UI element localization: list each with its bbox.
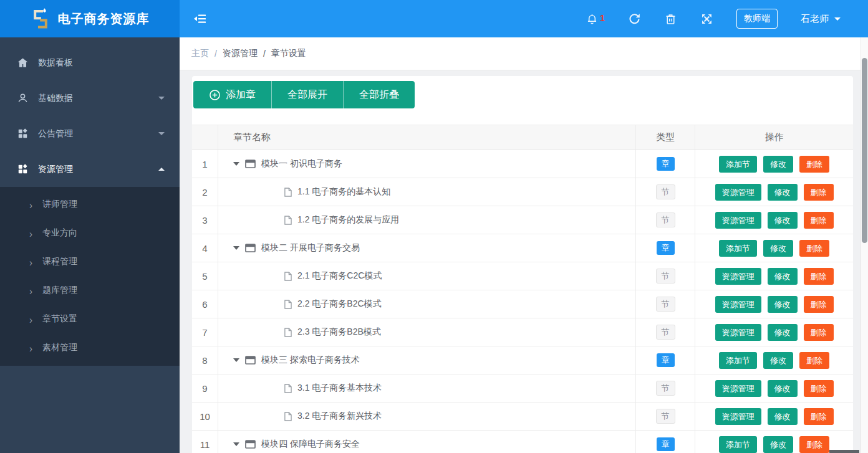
row-action-button[interactable]: 修改 (768, 380, 798, 397)
notification-bell[interactable]: 1 (586, 12, 605, 26)
submenu-item-label: 讲师管理 (42, 199, 77, 210)
row-action-button[interactable]: 修改 (768, 268, 798, 285)
row-name-cell: 2.3 电子商务B2B模式 (218, 318, 636, 346)
row-actions: 添加节修改删除 (695, 150, 853, 178)
row-actions: 资源管理修改删除 (695, 178, 853, 206)
row-action-button[interactable]: 删除 (799, 436, 829, 453)
row-type-cell: 节 (636, 262, 695, 290)
row-action-button[interactable]: 修改 (763, 156, 793, 173)
row-action-button[interactable]: 删除 (804, 296, 834, 313)
fullscreen-icon[interactable] (700, 12, 713, 26)
row-action-button[interactable]: 删除 (804, 324, 834, 341)
row-action-button[interactable]: 添加节 (719, 156, 757, 173)
row-action-button[interactable]: 资源管理 (715, 212, 761, 229)
row-action-button[interactable]: 资源管理 (715, 324, 761, 341)
table-row: 7 2.3 电子商务B2B模式 节 资源管理修改删除 (192, 318, 853, 346)
collapse-all-button[interactable]: 全部折叠 (343, 81, 415, 108)
row-action-button[interactable]: 添加节 (719, 240, 757, 257)
row-type-cell: 章 (636, 346, 695, 374)
type-badge: 节 (656, 297, 675, 312)
row-action-button[interactable]: 删除 (804, 408, 834, 425)
row-action-button[interactable]: 修改 (763, 240, 793, 257)
table-row: 3 1.2 电子商务的发展与应用 节 资源管理修改删除 (192, 206, 853, 234)
arrow-right-icon: › (29, 199, 32, 211)
row-action-button[interactable]: 添加节 (719, 352, 757, 369)
sidebar-item-basic-data[interactable]: 基础数据 (0, 80, 180, 116)
sidebar-item-label: 公告管理 (38, 128, 158, 140)
user-menu[interactable]: 石老师 (801, 13, 841, 25)
type-badge: 节 (656, 325, 675, 340)
breadcrumb-home[interactable]: 主页 (191, 48, 209, 59)
row-action-button[interactable]: 删除 (799, 352, 829, 369)
chapter-name: 3.2 电子商务新兴技术 (297, 411, 382, 422)
row-name-cell: 1.1 电子商务的基本认知 (218, 178, 636, 206)
row-action-button[interactable]: 修改 (768, 184, 798, 201)
chapter-folder-icon (245, 244, 256, 252)
row-action-button[interactable]: 资源管理 (715, 296, 761, 313)
sidebar-item-course-management[interactable]: › 课程管理 (0, 247, 180, 276)
row-action-button[interactable]: 添加节 (719, 436, 757, 453)
tree-collapse-caret-icon[interactable] (233, 162, 239, 166)
tree-collapse-caret-icon[interactable] (233, 246, 239, 250)
section-file-icon (284, 216, 292, 225)
chapter-name: 模块四 保障电子商务安全 (261, 439, 360, 450)
arrow-right-icon: › (29, 342, 32, 354)
vertical-scrollbar-track[interactable] (861, 37, 868, 453)
vertical-scrollbar-thumb[interactable] (862, 58, 867, 243)
app-title: 电子商务资源库 (58, 11, 150, 27)
row-action-button[interactable]: 删除 (804, 184, 834, 201)
row-action-button[interactable]: 修改 (763, 352, 793, 369)
row-action-button[interactable]: 修改 (768, 212, 798, 229)
table-row: 6 2.2 电子商务B2C模式 节 资源管理修改删除 (192, 290, 853, 318)
row-type-cell: 节 (636, 178, 695, 206)
sidebar-menu: 数据看板 基础数据 公告管理 (0, 37, 180, 366)
chapter-name: 1.2 电子商务的发展与应用 (297, 214, 399, 226)
row-action-button[interactable]: 修改 (768, 296, 798, 313)
sidebar-item-resources[interactable]: 资源管理 (0, 151, 180, 187)
row-action-button[interactable]: 修改 (768, 324, 798, 341)
row-index: 11 (192, 431, 218, 453)
row-type-cell: 节 (636, 318, 695, 346)
row-name-cell: 模块四 保障电子商务安全 (218, 431, 636, 453)
tree-collapse-caret-icon[interactable] (233, 442, 239, 446)
row-action-button[interactable]: 删除 (799, 240, 829, 257)
expand-all-button[interactable]: 全部展开 (271, 81, 343, 108)
plus-circle-icon (209, 89, 221, 101)
header-actions: 操作 (695, 125, 853, 150)
sidebar-item-lecturer-management[interactable]: › 讲师管理 (0, 190, 180, 219)
tree-collapse-caret-icon[interactable] (233, 358, 239, 362)
row-action-button[interactable]: 资源管理 (715, 184, 761, 201)
row-action-button[interactable]: 删除 (804, 212, 834, 229)
header-index (192, 125, 218, 150)
row-index: 5 (192, 262, 218, 290)
content-card: 添加章 全部展开 全部折叠 章节名称 类型 操作 1 (192, 76, 853, 453)
arrow-right-icon: › (29, 256, 32, 268)
refresh-icon[interactable] (628, 12, 641, 26)
arrow-right-icon: › (29, 285, 32, 297)
sidebar-item-major-direction[interactable]: › 专业方向 (0, 219, 180, 247)
trash-icon[interactable] (664, 12, 677, 26)
sidebar-submenu: › 讲师管理 › 专业方向 › 课程管理 › 题库管理 › 章节设置 (0, 187, 180, 366)
sidebar-item-announcements[interactable]: 公告管理 (0, 116, 180, 151)
sidebar-item-question-bank[interactable]: › 题库管理 (0, 276, 180, 305)
row-action-button[interactable]: 资源管理 (715, 408, 761, 425)
breadcrumb-resources[interactable]: 资源管理 (223, 48, 258, 59)
toolbar: 添加章 全部展开 全部折叠 (193, 81, 415, 108)
sidebar-item-chapter-settings[interactable]: › 章节设置 (0, 305, 180, 333)
row-action-button[interactable]: 资源管理 (715, 380, 761, 397)
row-action-button[interactable]: 删除 (804, 268, 834, 285)
sidebar-item-material-management[interactable]: › 素材管理 (0, 333, 180, 362)
sidebar-item-dashboard[interactable]: 数据看板 (0, 45, 180, 80)
row-action-button[interactable]: 资源管理 (715, 268, 761, 285)
row-action-button[interactable]: 修改 (763, 436, 793, 453)
row-action-button[interactable]: 修改 (768, 408, 798, 425)
row-action-button[interactable]: 删除 (799, 156, 829, 173)
menu-fold-icon[interactable] (193, 11, 208, 26)
row-action-button[interactable]: 删除 (804, 380, 834, 397)
horizontal-scrollbar-thumb[interactable] (829, 450, 859, 453)
sidebar-item-label: 资源管理 (38, 164, 158, 175)
type-badge: 章 (657, 241, 675, 255)
add-chapter-button[interactable]: 添加章 (193, 81, 271, 108)
home-icon (17, 57, 29, 69)
teacher-portal-button[interactable]: 教师端 (736, 9, 778, 29)
